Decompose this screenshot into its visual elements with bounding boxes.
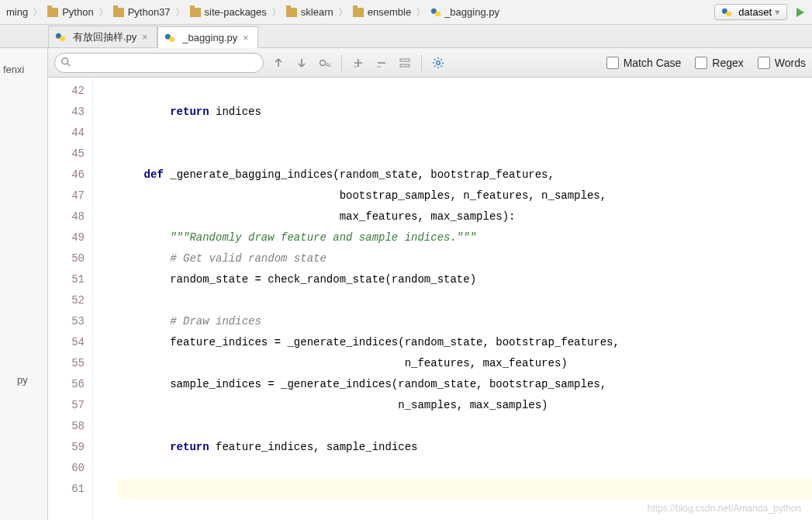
project-sidebar[interactable]: fenxi py: [0, 48, 48, 520]
divider: [421, 54, 422, 71]
breadcrumb-item[interactable]: site-packages: [187, 6, 270, 18]
svg-point-3: [726, 11, 731, 16]
divider: [341, 54, 342, 71]
svg-line-24: [441, 59, 443, 61]
close-tab-icon[interactable]: ×: [241, 33, 250, 43]
editor-tab[interactable]: _bagging.py ×: [157, 26, 258, 48]
chevron-right-icon: 〉: [270, 5, 283, 19]
python-file-icon: [430, 7, 441, 18]
checkbox-icon: [758, 57, 770, 69]
words-checkbox[interactable]: Words: [758, 57, 806, 69]
breadcrumb-bar: ming 〉 Python 〉 Python37 〉 site-packages…: [0, 0, 812, 25]
svg-line-21: [434, 59, 436, 61]
chevron-right-icon: 〉: [31, 5, 44, 19]
run-button[interactable]: [796, 8, 804, 17]
breadcrumb-item[interactable]: Python: [44, 6, 96, 18]
breadcrumb-item[interactable]: ming: [3, 6, 31, 18]
line-number-gutter: 4243444546474849505152535455565758596061: [48, 78, 93, 520]
chevron-right-icon: 〉: [174, 5, 187, 19]
tab-label: 有放回抽样.py: [73, 30, 136, 44]
breadcrumb-label: ensemble: [368, 6, 411, 18]
sidebar-label: py: [17, 374, 28, 386]
editor-tab[interactable]: 有放回抽样.py ×: [48, 26, 157, 47]
close-tab-icon[interactable]: ×: [140, 32, 149, 43]
run-config-label: dataset: [738, 6, 772, 18]
checkbox-icon: [606, 57, 619, 69]
svg-point-10: [320, 60, 326, 65]
breadcrumb-label: ming: [6, 6, 28, 18]
folder-icon: [190, 8, 201, 17]
checkbox-label: Regex: [712, 57, 743, 69]
watermark-text: https://blog.csdn.net/Amanda_python: [648, 503, 801, 514]
chevron-down-icon: ▾: [775, 6, 780, 18]
breadcrumb-item[interactable]: sklearn: [283, 6, 337, 18]
folder-icon: [113, 8, 124, 17]
chevron-right-icon: 〉: [337, 5, 350, 19]
match-case-checkbox[interactable]: Match Case: [606, 57, 682, 69]
code-area[interactable]: return indices def _generate_bagging_ind…: [104, 78, 812, 520]
svg-line-23: [434, 65, 436, 67]
remove-selection-icon[interactable]: [375, 56, 389, 70]
svg-text:ALL: ALL: [326, 62, 331, 68]
breadcrumb-label: site-packages: [205, 6, 267, 18]
svg-line-22: [441, 65, 443, 67]
svg-point-5: [60, 36, 65, 41]
select-all-occurrences-icon[interactable]: ALL: [318, 56, 332, 70]
editor-tab-bar: 有放回抽样.py × _bagging.py ×: [0, 25, 812, 48]
fold-strip[interactable]: [93, 78, 104, 520]
folder-icon: [353, 8, 364, 17]
breadcrumb-label: sklearn: [301, 6, 333, 18]
breadcrumb-item[interactable]: _bagging.py: [427, 6, 503, 18]
search-field-wrap: [54, 53, 264, 73]
checkbox-label: Words: [775, 57, 806, 69]
find-toolbar: ALL Match Case Regex Wor: [48, 48, 812, 78]
sidebar-label: fenxi: [3, 64, 24, 75]
checkbox-label: Match Case: [624, 57, 682, 69]
regex-checkbox[interactable]: Regex: [695, 57, 743, 69]
python-file-icon: [721, 7, 732, 18]
svg-rect-12: [354, 66, 358, 68]
find-actions: ALL: [271, 54, 445, 71]
svg-point-16: [437, 61, 440, 64]
breadcrumb-item[interactable]: ensemble: [350, 6, 414, 18]
folder-icon: [286, 8, 297, 17]
settings-icon[interactable]: [431, 56, 445, 70]
run-config-area: dataset ▾: [710, 4, 809, 20]
prev-occurrence-button[interactable]: [271, 56, 285, 70]
svg-point-8: [62, 57, 68, 64]
folder-icon: [47, 8, 58, 17]
next-occurrence-button[interactable]: [295, 56, 309, 70]
tab-label: _bagging.py: [182, 32, 237, 43]
search-icon: [60, 57, 71, 68]
python-file-icon: [55, 32, 66, 43]
python-file-icon: [164, 33, 175, 43]
svg-line-9: [67, 63, 71, 66]
svg-rect-14: [400, 59, 409, 61]
run-config-selector[interactable]: dataset ▾: [714, 4, 787, 20]
add-selection-icon[interactable]: [351, 56, 365, 70]
chevron-right-icon: 〉: [414, 5, 427, 19]
code-editor[interactable]: 4243444546474849505152535455565758596061…: [48, 78, 812, 520]
chevron-right-icon: 〉: [97, 5, 110, 19]
breadcrumb-label: Python37: [128, 6, 171, 18]
select-all-icon[interactable]: [398, 56, 412, 70]
find-input[interactable]: [54, 53, 264, 73]
breadcrumb-label: _bagging.py: [444, 6, 499, 18]
svg-rect-15: [400, 64, 409, 67]
svg-point-1: [435, 11, 441, 16]
checkbox-icon: [695, 57, 707, 69]
breadcrumb-item[interactable]: Python37: [110, 6, 174, 18]
svg-rect-13: [377, 66, 381, 68]
svg-point-7: [169, 36, 174, 42]
breadcrumb-label: Python: [62, 6, 93, 18]
